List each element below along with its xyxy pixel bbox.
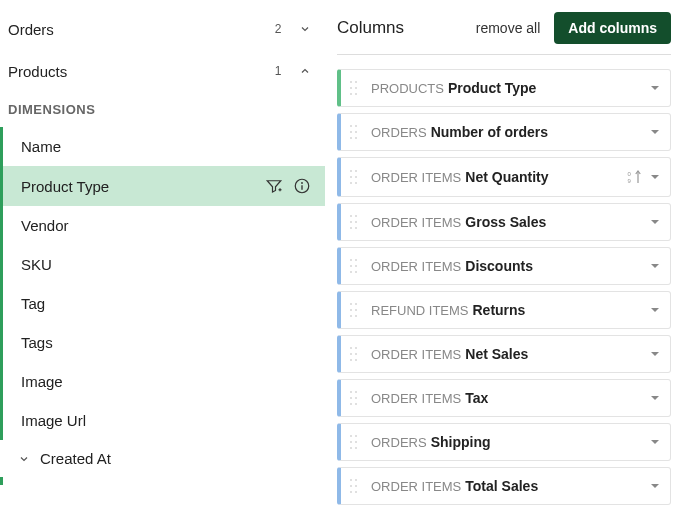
category-count: 1: [267, 60, 289, 82]
svg-point-5: [350, 81, 352, 83]
drag-handle-icon[interactable]: [349, 478, 359, 494]
columns-title: Columns: [337, 18, 476, 38]
svg-point-44: [350, 347, 352, 349]
dimension-label: Vendor: [21, 217, 311, 234]
remove-all-link[interactable]: remove all: [476, 20, 541, 36]
caret-down-icon[interactable]: [650, 217, 660, 227]
column-item[interactable]: ORDER ITEMS Tax: [337, 379, 671, 417]
caret-down-icon[interactable]: [650, 172, 660, 182]
svg-point-21: [350, 182, 352, 184]
column-item[interactable]: ORDER ITEMS Total Sales: [337, 467, 671, 505]
column-field: Discounts: [465, 258, 650, 274]
caret-down-icon[interactable]: [650, 481, 660, 491]
dimension-item[interactable]: Vendor: [0, 206, 325, 245]
drag-handle-icon[interactable]: [349, 169, 359, 185]
info-icon[interactable]: [293, 177, 311, 195]
svg-point-37: [355, 271, 357, 273]
add-columns-button[interactable]: Add columns: [554, 12, 671, 44]
svg-point-32: [350, 259, 352, 261]
drag-handle-icon[interactable]: [349, 390, 359, 406]
svg-point-61: [355, 447, 357, 449]
drag-handle-icon[interactable]: [349, 434, 359, 450]
sort-indicator-icon[interactable]: 0 9: [626, 168, 644, 186]
svg-text:9: 9: [628, 178, 632, 184]
column-item[interactable]: REFUND ITEMS Returns: [337, 291, 671, 329]
dimension-label: SKU: [21, 256, 311, 273]
svg-point-34: [350, 265, 352, 267]
svg-point-33: [355, 259, 357, 261]
svg-point-28: [350, 221, 352, 223]
dimension-item[interactable]: Product Type: [0, 166, 325, 206]
svg-point-45: [355, 347, 357, 349]
svg-point-41: [355, 309, 357, 311]
svg-point-3: [301, 182, 303, 184]
svg-point-27: [355, 215, 357, 217]
svg-point-30: [350, 227, 352, 229]
svg-point-42: [350, 315, 352, 317]
svg-point-17: [350, 170, 352, 172]
svg-point-65: [355, 485, 357, 487]
column-source: ORDERS: [371, 125, 427, 140]
column-source: ORDERS: [371, 435, 427, 450]
column-source: ORDER ITEMS: [371, 347, 461, 362]
drag-handle-icon[interactable]: [349, 302, 359, 318]
caret-down-icon[interactable]: [650, 127, 660, 137]
drag-handle-icon[interactable]: [349, 258, 359, 274]
caret-down-icon[interactable]: [650, 83, 660, 93]
column-source: REFUND ITEMS: [371, 303, 469, 318]
column-source: PRODUCTS: [371, 81, 444, 96]
filter-icon[interactable]: [265, 177, 283, 195]
dimension-item[interactable]: Image: [0, 362, 325, 401]
column-item[interactable]: ORDER ITEMS Net Quantity 0 9: [337, 157, 671, 197]
column-item[interactable]: PRODUCTS Product Type: [337, 69, 671, 107]
svg-point-8: [355, 87, 357, 89]
dimension-item[interactable]: Tag: [0, 284, 325, 323]
svg-point-6: [355, 81, 357, 83]
svg-point-59: [355, 441, 357, 443]
column-item[interactable]: ORDER ITEMS Net Sales: [337, 335, 671, 373]
column-source: ORDER ITEMS: [371, 479, 461, 494]
svg-point-67: [355, 491, 357, 493]
drag-handle-icon[interactable]: [349, 124, 359, 140]
dimension-item[interactable]: [0, 477, 325, 485]
caret-down-icon[interactable]: [650, 305, 660, 315]
caret-down-icon[interactable]: [650, 349, 660, 359]
svg-point-29: [355, 221, 357, 223]
column-item[interactable]: ORDER ITEMS Discounts: [337, 247, 671, 285]
category-products[interactable]: Products 1: [0, 50, 325, 92]
dimension-item[interactable]: Name: [0, 127, 325, 166]
column-field: Tax: [465, 390, 650, 406]
sub-item-label: Created At: [40, 450, 111, 467]
svg-point-12: [355, 125, 357, 127]
dimension-item[interactable]: Tags: [0, 323, 325, 362]
category-orders[interactable]: Orders 2: [0, 8, 325, 50]
column-item[interactable]: ORDERS Shipping: [337, 423, 671, 461]
drag-handle-icon[interactable]: [349, 80, 359, 96]
dimension-label: Product Type: [21, 178, 265, 195]
svg-point-40: [350, 309, 352, 311]
column-item[interactable]: ORDER ITEMS Gross Sales: [337, 203, 671, 241]
column-field: Gross Sales: [465, 214, 650, 230]
column-field: Product Type: [448, 80, 650, 96]
svg-point-36: [350, 271, 352, 273]
sub-item-created-at[interactable]: Created At: [0, 440, 325, 477]
drag-handle-icon[interactable]: [349, 346, 359, 362]
svg-point-38: [350, 303, 352, 305]
drag-handle-icon[interactable]: [349, 214, 359, 230]
column-item[interactable]: ORDERS Number of orders: [337, 113, 671, 151]
svg-point-20: [355, 176, 357, 178]
caret-down-icon[interactable]: [650, 261, 660, 271]
dimension-label: Tags: [21, 334, 311, 351]
dimension-label: Tag: [21, 295, 311, 312]
svg-point-50: [350, 391, 352, 393]
caret-down-icon[interactable]: [650, 393, 660, 403]
caret-down-icon[interactable]: [650, 437, 660, 447]
svg-point-66: [350, 491, 352, 493]
svg-point-13: [350, 131, 352, 133]
dimension-item[interactable]: SKU: [0, 245, 325, 284]
svg-point-7: [350, 87, 352, 89]
chevron-down-icon: [18, 453, 30, 465]
dimension-item[interactable]: Image Url: [0, 401, 325, 440]
svg-point-26: [350, 215, 352, 217]
svg-point-15: [350, 137, 352, 139]
